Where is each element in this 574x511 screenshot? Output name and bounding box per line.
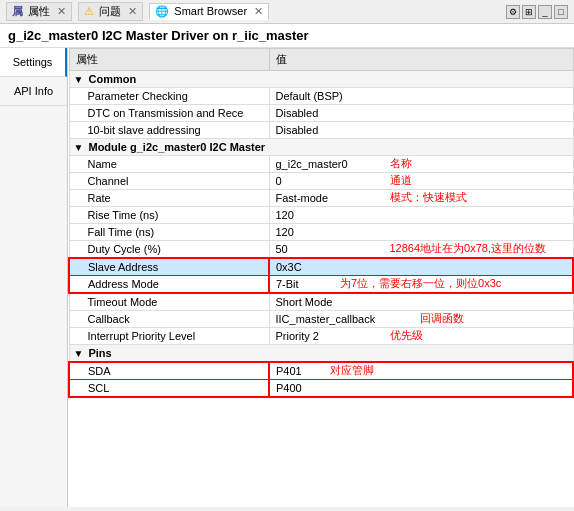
table-row-scl: SCL P400 <box>69 380 573 398</box>
prop-fall-time: Fall Time (ns) <box>69 224 269 241</box>
val-dtc: Disabled <box>269 105 573 122</box>
val-timeout: Short Mode <box>269 293 573 311</box>
prop-sda: SDA <box>69 362 269 380</box>
sidebar: Settings API Info <box>0 48 68 507</box>
table-row: Name g_i2c_master0 名称 <box>69 156 573 173</box>
table-row: Callback IIC_master_callback 回调函数 <box>69 311 573 328</box>
btn-toolbar-split[interactable]: ⊞ <box>522 5 536 19</box>
table-row: Interrupt Priority Level Priority 2 优先级 <box>69 328 573 345</box>
main-layout: Settings API Info 属性 值 <box>0 48 574 507</box>
val-name: g_i2c_master0 名称 <box>269 156 573 173</box>
table-row: Rate Fast-mode 模式：快速模式 <box>69 190 573 207</box>
val-address-mode: 7-Bit 为7位，需要右移一位，则位0x3c <box>269 276 573 294</box>
window-controls: ⚙ ⊞ _ □ <box>506 5 568 19</box>
chevron-common: ▼ <box>74 74 84 85</box>
prop-10bit: 10-bit slave addressing <box>69 122 269 139</box>
btn-minimize[interactable]: _ <box>538 5 552 19</box>
prop-scl: SCL <box>69 380 269 398</box>
annotation-address-mode: 为7位，需要右移一位，则位0x3c <box>340 276 540 291</box>
tab-properties[interactable]: 属 属性 ✕ <box>6 2 72 21</box>
col-header-value: 值 <box>269 49 573 71</box>
table-row: Duty Cycle (%) 50 12864地址在为0x78,这里的位数 <box>69 241 573 259</box>
prop-rise-time: Rise Time (ns) <box>69 207 269 224</box>
prop-name: Name <box>69 156 269 173</box>
table-row: Parameter Checking Default (BSP) <box>69 88 573 105</box>
tab-problems[interactable]: ⚠ 问题 ✕ <box>78 2 143 21</box>
chevron-module: ▼ <box>74 142 84 153</box>
tab-icon-smart-browser: 🌐 <box>155 5 169 17</box>
group-pins: ▼ Pins <box>69 345 573 363</box>
table-row-slave-address: Slave Address 0x3C <box>69 258 573 276</box>
val-channel: 0 通道 <box>269 173 573 190</box>
val-callback: IIC_master_callback 回调函数 <box>269 311 573 328</box>
val-sda: P401 对应管脚 <box>269 362 573 380</box>
annotation-pins: 对应管脚 <box>330 363 374 378</box>
val-fall-time: 120 <box>269 224 573 241</box>
chevron-pins: ▼ <box>74 348 84 359</box>
window: 属 属性 ✕ ⚠ 问题 ✕ 🌐 Smart Browser ✕ ⚙ ⊞ _ □ <box>0 0 574 507</box>
btn-toolbar-settings[interactable]: ⚙ <box>506 5 520 19</box>
prop-timeout: Timeout Mode <box>69 293 269 311</box>
val-scl: P400 <box>269 380 573 398</box>
tab-close-problems[interactable]: ✕ <box>128 5 137 17</box>
val-interrupt: Priority 2 优先级 <box>269 328 573 345</box>
prop-interrupt: Interrupt Priority Level <box>69 328 269 345</box>
prop-slave-address: Slave Address <box>69 258 269 276</box>
prop-duty-cycle: Duty Cycle (%) <box>69 241 269 259</box>
table-row: Rise Time (ns) 120 <box>69 207 573 224</box>
val-duty-cycle: 50 12864地址在为0x78,这里的位数 <box>269 241 573 259</box>
group-common: ▼ Common <box>69 71 573 88</box>
group-module: ▼ Module g_i2c_master0 I2C Master <box>69 139 573 156</box>
tab-smart-browser[interactable]: 🌐 Smart Browser ✕ <box>149 3 269 20</box>
annotation-channel: 通道 <box>390 173 412 188</box>
properties-table: 属性 值 ▼ Common Parameter <box>68 48 574 398</box>
prop-rate: Rate <box>69 190 269 207</box>
prop-parameter-checking: Parameter Checking <box>69 88 269 105</box>
annotation-duty-cycle: 12864地址在为0x78,这里的位数 <box>390 241 575 256</box>
tab-close-properties[interactable]: ✕ <box>57 5 66 17</box>
sidebar-item-api-info[interactable]: API Info <box>0 77 67 106</box>
tab-close-smart-browser[interactable]: ✕ <box>254 5 263 17</box>
table-container: 属性 值 ▼ Common Parameter <box>68 48 574 398</box>
table-row: 10-bit slave addressing Disabled <box>69 122 573 139</box>
title-bar: 属 属性 ✕ ⚠ 问题 ✕ 🌐 Smart Browser ✕ ⚙ ⊞ _ □ <box>0 0 574 24</box>
val-rise-time: 120 <box>269 207 573 224</box>
table-row: Channel 0 通道 <box>69 173 573 190</box>
table-row-address-mode: Address Mode 7-Bit 为7位，需要右移一位，则位0x3c <box>69 276 573 294</box>
table-row: Fall Time (ns) 120 <box>69 224 573 241</box>
tab-icon-properties: 属 <box>12 5 23 17</box>
table-row-sda: SDA P401 对应管脚 <box>69 362 573 380</box>
table-row: Timeout Mode Short Mode <box>69 293 573 311</box>
val-10bit: Disabled <box>269 122 573 139</box>
val-rate: Fast-mode 模式：快速模式 <box>269 190 573 207</box>
annotation-interrupt: 优先级 <box>390 328 423 343</box>
prop-callback: Callback <box>69 311 269 328</box>
val-parameter-checking: Default (BSP) <box>269 88 573 105</box>
tab-group: 属 属性 ✕ ⚠ 问题 ✕ 🌐 Smart Browser ✕ <box>6 2 271 21</box>
prop-dtc: DTC on Transmission and Rece <box>69 105 269 122</box>
page-title: g_i2c_master0 I2C Master Driver on r_iic… <box>0 24 574 48</box>
prop-channel: Channel <box>69 173 269 190</box>
prop-address-mode: Address Mode <box>69 276 269 294</box>
table-row: DTC on Transmission and Rece Disabled <box>69 105 573 122</box>
content-area: 属性 值 ▼ Common Parameter <box>68 48 574 507</box>
annotation-name: 名称 <box>390 156 412 171</box>
col-header-property: 属性 <box>69 49 269 71</box>
annotation-rate: 模式：快速模式 <box>390 190 467 205</box>
sidebar-item-settings[interactable]: Settings <box>0 48 67 77</box>
val-slave-address: 0x3C <box>269 258 573 276</box>
btn-maximize[interactable]: □ <box>554 5 568 19</box>
tab-icon-problems: ⚠ <box>84 5 94 17</box>
annotation-callback: 回调函数 <box>420 311 464 326</box>
